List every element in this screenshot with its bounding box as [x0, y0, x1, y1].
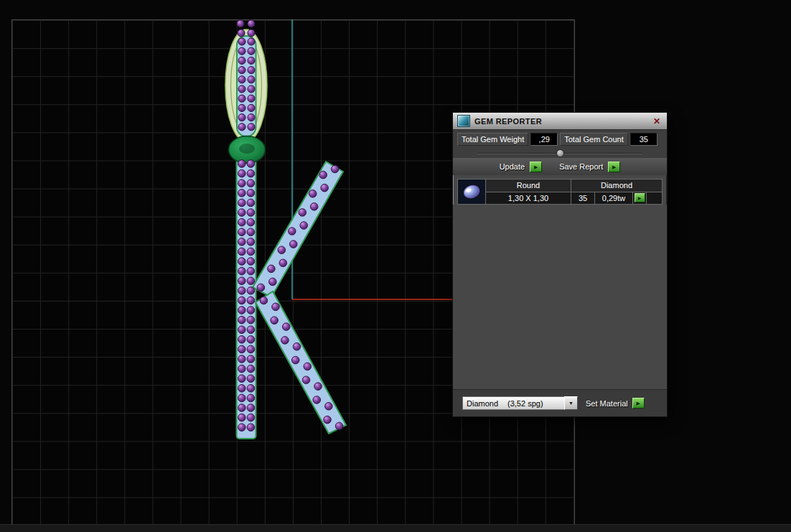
gem — [238, 67, 245, 74]
gem — [313, 396, 321, 404]
gem — [247, 160, 255, 168]
gem — [247, 218, 255, 226]
gem — [238, 47, 245, 55]
gem-size-value[interactable]: 1,30 X 1,30 — [486, 192, 571, 205]
gem — [247, 316, 255, 324]
set-material-button[interactable]: Set Material — [586, 399, 628, 408]
gem — [238, 160, 246, 168]
gem — [238, 287, 246, 295]
gem — [247, 414, 255, 421]
total-gem-weight-label: Total Gem Weight — [457, 133, 528, 146]
material-dropdown[interactable]: Diamond (3,52 spg) ▼ — [462, 396, 578, 410]
shape-header[interactable]: Round — [486, 179, 571, 192]
gem — [293, 342, 301, 350]
gem — [272, 303, 280, 311]
total-gem-weight-value[interactable]: ,29 — [530, 133, 558, 146]
gem — [238, 316, 246, 324]
set-material-arrow-button[interactable]: ▶ — [632, 398, 645, 409]
gem — [247, 248, 255, 256]
gem — [300, 222, 308, 230]
gem-reporter-icon — [457, 115, 470, 127]
gem — [238, 375, 246, 383]
gem — [319, 171, 327, 179]
gem — [238, 238, 246, 246]
gem — [237, 20, 244, 27]
gem — [247, 365, 255, 373]
gem — [248, 114, 255, 121]
gem — [238, 169, 246, 177]
gem — [247, 355, 255, 363]
gem — [278, 246, 286, 254]
gem — [238, 218, 246, 226]
gem-row-arrow-button[interactable]: ▶ — [635, 193, 645, 202]
gem — [238, 394, 246, 402]
gem — [248, 67, 255, 74]
gem — [238, 57, 245, 64]
gem — [281, 337, 289, 345]
gem — [238, 248, 246, 256]
gem — [238, 38, 245, 45]
update-arrow-button[interactable]: ▶ — [530, 162, 542, 172]
gem — [247, 238, 255, 246]
gem — [247, 404, 255, 412]
gem — [302, 376, 310, 384]
gem — [247, 258, 255, 266]
gem — [238, 123, 245, 131]
jump-ring-hole — [239, 144, 255, 154]
gem — [247, 394, 255, 402]
save-report-arrow-button[interactable]: ▶ — [608, 162, 620, 172]
gem — [238, 267, 246, 275]
viewport-scene[interactable] — [0, 0, 791, 532]
gem — [238, 179, 246, 187]
gem — [247, 375, 255, 383]
gem — [248, 57, 255, 64]
gem — [314, 383, 322, 391]
gem — [247, 287, 255, 295]
gem — [248, 76, 255, 83]
gem — [248, 123, 255, 131]
bottom-strip — [0, 524, 791, 532]
gem — [304, 363, 312, 370]
gem-count-value[interactable]: 35 — [571, 192, 595, 205]
gem — [238, 228, 246, 236]
gem — [248, 85, 255, 93]
update-button[interactable]: Update — [500, 162, 525, 171]
gem — [238, 258, 246, 266]
gem — [238, 414, 246, 421]
save-report-button[interactable]: Save Report — [559, 162, 603, 171]
panel-title: GEM REPORTER — [474, 117, 542, 126]
gem — [310, 203, 318, 211]
gem — [238, 95, 245, 102]
gem — [238, 85, 245, 93]
gem — [260, 297, 268, 304]
gem — [248, 95, 255, 102]
gem-row-arrow-cell: ▶ — [633, 192, 647, 205]
gem — [247, 179, 255, 187]
k-lower-arm — [256, 291, 346, 434]
dropdown-arrow-icon[interactable]: ▼ — [564, 396, 578, 410]
gem — [238, 424, 246, 431]
gem — [247, 199, 255, 207]
close-icon[interactable]: ✕ — [651, 116, 663, 126]
material-dropdown-field[interactable]: Diamond (3,52 spg) — [462, 396, 564, 410]
type-header[interactable]: Diamond — [571, 179, 663, 192]
gem — [247, 297, 255, 304]
gem-thumbnail-image — [459, 180, 485, 203]
gem — [238, 297, 246, 304]
gem — [247, 326, 255, 334]
material-detail: (3,52 spg) — [507, 399, 543, 408]
gem — [248, 38, 255, 45]
gem — [238, 307, 246, 314]
slider-knob[interactable] — [556, 149, 564, 157]
gem — [335, 422, 343, 430]
gem — [247, 345, 255, 353]
gem-weight-value[interactable]: 0,29tw — [595, 192, 633, 205]
gem — [238, 404, 246, 412]
titlebar[interactable]: GEM REPORTER ✕ — [453, 113, 667, 130]
panel-slider[interactable] — [453, 149, 667, 158]
gem — [247, 169, 255, 177]
gem — [291, 356, 299, 364]
total-gem-count-value[interactable]: 35 — [630, 133, 657, 146]
gem-thumbnail[interactable] — [458, 179, 486, 205]
gem — [238, 326, 246, 334]
